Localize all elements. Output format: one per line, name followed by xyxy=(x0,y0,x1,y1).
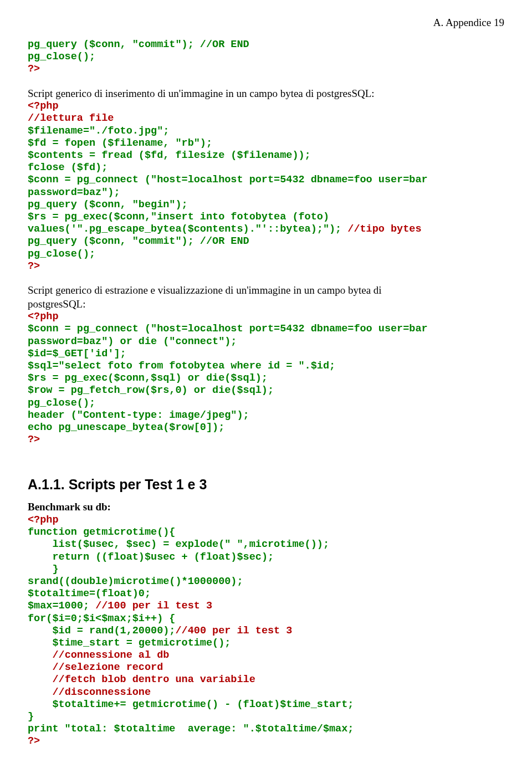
code-line: <?php xyxy=(28,514,59,526)
code-line: function getmicrotime(){ xyxy=(28,526,175,538)
code-comment: //connessione al db xyxy=(28,649,169,661)
code-line: print "total: $totaltime average: ".$tot… xyxy=(28,723,354,735)
code-block-3: <?php $conn = pg_connect ("host=localhos… xyxy=(28,311,504,446)
code-line: $totaltime=(float)0; xyxy=(28,588,151,600)
code-line: list($usec, $sec) = explode(" ",microtim… xyxy=(28,539,329,550)
code-comment: //disconnessione xyxy=(28,687,151,698)
code-line: $conn = pg_connect ("host=localhost port… xyxy=(28,174,428,186)
code-line: $id = rand(1,20000); xyxy=(28,625,175,637)
code-line: password=baz") or die ("connect"); xyxy=(28,336,237,347)
code-line: $max=1000; xyxy=(28,600,89,612)
code-line: } xyxy=(28,711,34,723)
code-line: pg_close(); xyxy=(28,51,95,63)
code-line: $conn = pg_connect ("host=localhost port… xyxy=(28,323,428,335)
code-line: $rs = pg_exec($conn,$sql) or die($sql); xyxy=(28,372,268,384)
code-line: values('".pg_escape_bytea($contents)."':… xyxy=(28,223,341,235)
code-line: ?> xyxy=(28,63,40,75)
code-line: $id=$_GET['id']; xyxy=(28,348,126,360)
code-line: header ("Content-type: image/jpeg"); xyxy=(28,409,249,421)
header-appendix: A. Appendice 19 xyxy=(28,17,504,29)
code-line: $filename="./foto.jpg"; xyxy=(28,125,169,137)
code-line: <?php xyxy=(28,100,59,112)
code-line: srand((double)microtime()*1000000); xyxy=(28,576,243,587)
code-line: $fd = fopen ($filename, "rb"); xyxy=(28,137,212,149)
code-line: $contents = fread ($fd, filesize ($filen… xyxy=(28,150,311,161)
code-line: $row = pg_fetch_row($rs,0) or die($sql); xyxy=(28,385,274,396)
code-line: password=baz"); xyxy=(28,187,120,198)
code-line: $sql="select foto from fotobytea where i… xyxy=(28,360,335,372)
code-line: ?> xyxy=(28,260,40,272)
code-block-1: pg_query ($conn, "commit"); //OR END pg_… xyxy=(28,39,504,76)
code-line: pg_close(); xyxy=(28,248,95,260)
code-line: ?> xyxy=(28,735,40,747)
paragraph-3: Benchmark su db: xyxy=(28,500,504,514)
code-line: pg_query ($conn, "commit"); //OR END xyxy=(28,39,249,50)
paragraph-2-line1: Script generico di estrazione e visualiz… xyxy=(28,284,504,298)
document-page: A. Appendice 19 pg_query ($conn, "commit… xyxy=(0,0,532,768)
code-block-4: <?php function getmicrotime(){ list($use… xyxy=(28,514,504,748)
code-comment: //100 per il test 3 xyxy=(89,600,212,612)
code-line: $totaltime+= getmicrotime() - (float)$ti… xyxy=(28,699,354,710)
code-comment: //tipo bytes xyxy=(341,223,421,235)
code-block-2: <?php //lettura file $filename="./foto.j… xyxy=(28,100,504,273)
code-line: pg_query ($conn, "commit"); //OR END xyxy=(28,235,249,247)
paragraph-2-line2: postgresSQL: xyxy=(28,298,504,311)
code-line: return ((float)$usec + (float)$sec); xyxy=(28,551,274,563)
code-line: <?php xyxy=(28,311,59,322)
code-comment: //selezione record xyxy=(28,662,163,673)
code-line: $time_start = getmicrotime(); xyxy=(28,637,231,649)
code-line: } xyxy=(28,564,59,575)
code-line: pg_close(); xyxy=(28,397,95,409)
code-line: $rs = pg_exec($conn,"insert into fotobyt… xyxy=(28,211,329,223)
code-line: ?> xyxy=(28,434,40,446)
code-line: pg_query ($conn, "begin"); xyxy=(28,199,188,211)
code-line: fclose ($fd); xyxy=(28,162,108,173)
code-line: for($i=0;$i<$max;$i++) { xyxy=(28,613,175,624)
paragraph-1: Script generico di inserimento di un'imm… xyxy=(28,87,504,101)
code-comment: //fetch blob dentro una variabile xyxy=(28,674,255,685)
code-comment: //400 per il test 3 xyxy=(175,625,292,637)
code-comment: //lettura file xyxy=(28,112,114,124)
section-heading: A.1.1. Scripts per Test 1 e 3 xyxy=(28,477,504,493)
code-line: echo pg_unescape_bytea($row[0]); xyxy=(28,422,224,433)
